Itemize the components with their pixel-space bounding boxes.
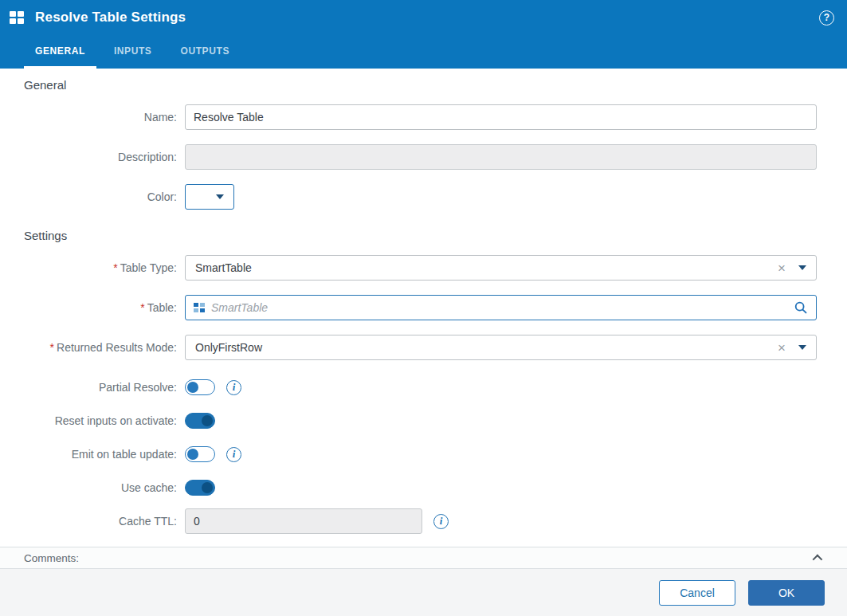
field-row-use-cache: Use cache: [0, 475, 847, 500]
emit-on-update-toggle[interactable] [185, 446, 215, 462]
use-cache-label: Use cache: [0, 481, 177, 494]
table-search-input[interactable] [211, 301, 787, 314]
info-icon[interactable]: i [226, 380, 241, 395]
table-type-label: *Table Type: [0, 261, 177, 274]
required-marker: * [113, 261, 117, 274]
field-row-partial-resolve: Partial Resolve: i [0, 375, 847, 400]
field-row-reset-inputs: Reset inputs on activate: [0, 408, 847, 434]
field-row-table-type: *Table Type: SmartTable × [0, 255, 847, 281]
section-heading-settings: Settings [24, 229, 847, 242]
settings-form: General Name: Description: Color: Settin… [0, 69, 847, 547]
chevron-down-icon[interactable] [216, 194, 224, 199]
reset-inputs-toggle[interactable] [185, 413, 215, 429]
section-heading-general: General [24, 78, 847, 92]
cancel-button[interactable]: Cancel [659, 580, 735, 606]
chevron-down-icon[interactable] [798, 265, 806, 270]
table-label: *Table: [0, 301, 177, 314]
cache-ttl-label: Cache TTL: [0, 515, 177, 528]
smarttable-icon [194, 303, 205, 312]
table-type-select[interactable]: SmartTable × [185, 255, 817, 281]
cache-ttl-input[interactable] [185, 508, 422, 534]
table-type-value: SmartTable [195, 261, 778, 274]
grid-menu-icon[interactable] [10, 11, 24, 24]
description-input[interactable] [185, 144, 817, 170]
comments-section-header[interactable]: Comments: [0, 547, 847, 569]
tab-inputs[interactable]: INPUTS [103, 35, 163, 69]
dialog-title-bar: Resolve Table Settings ? [0, 0, 847, 35]
tab-general[interactable]: GENERAL [24, 35, 96, 69]
table-search-field[interactable] [185, 295, 817, 320]
dialog-footer: Cancel OK [0, 569, 847, 616]
returned-results-mode-label: *Returned Results Mode: [0, 341, 177, 354]
tab-outputs[interactable]: OUTPUTS [169, 35, 241, 69]
field-row-name: Name: [0, 104, 847, 130]
returned-results-mode-select[interactable]: OnlyFirstRow × [185, 335, 817, 360]
clear-icon[interactable]: × [778, 261, 786, 275]
field-row-emit-on-update: Emit on table update: i [0, 441, 847, 467]
field-row-cache-ttl: Cache TTL: i [0, 508, 847, 534]
comments-label: Comments: [24, 552, 79, 564]
color-select[interactable] [185, 184, 234, 210]
partial-resolve-toggle[interactable] [185, 379, 215, 395]
returned-results-mode-value: OnlyFirstRow [195, 341, 778, 354]
page-title: Resolve Table Settings [35, 10, 186, 26]
partial-resolve-label: Partial Resolve: [0, 381, 177, 394]
info-icon[interactable]: i [433, 514, 449, 529]
emit-on-update-label: Emit on table update: [0, 448, 177, 461]
name-input[interactable] [185, 104, 817, 130]
color-label: Color: [0, 190, 177, 203]
field-row-table: *Table: [0, 295, 847, 320]
name-label: Name: [0, 111, 177, 124]
dialog-header: Resolve Table Settings ? GENERAL INPUTS … [0, 0, 847, 69]
required-marker: * [140, 301, 144, 314]
chevron-down-icon[interactable] [798, 345, 806, 350]
field-row-description: Description: [0, 144, 847, 170]
chevron-up-icon[interactable] [813, 554, 823, 564]
use-cache-toggle[interactable] [185, 480, 215, 496]
info-icon[interactable]: i [226, 447, 241, 462]
reset-inputs-label: Reset inputs on activate: [0, 414, 177, 427]
help-icon[interactable]: ? [819, 10, 834, 26]
description-label: Description: [0, 151, 177, 163]
field-row-returned-results-mode: *Returned Results Mode: OnlyFirstRow × [0, 335, 847, 360]
clear-icon[interactable]: × [778, 341, 786, 355]
tab-bar: GENERAL INPUTS OUTPUTS [0, 35, 847, 69]
required-marker: * [50, 341, 54, 354]
ok-button[interactable]: OK [748, 580, 825, 606]
field-row-color: Color: [0, 184, 847, 210]
search-icon[interactable] [794, 300, 808, 315]
